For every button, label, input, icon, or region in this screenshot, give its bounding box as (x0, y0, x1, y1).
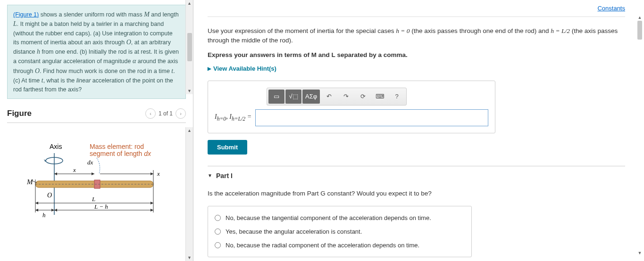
undo-button[interactable]: ↶ (321, 90, 337, 104)
reset-button[interactable]: ⟳ (355, 90, 371, 104)
L-label: L (92, 196, 95, 203)
scroll-thumb[interactable] (637, 21, 642, 40)
question-instruction: Express your answers in terms of M and L… (208, 51, 625, 58)
part-i-question: Is the acceleration magnitude from Part … (208, 189, 625, 198)
keyboard-button[interactable]: ⌨ (372, 90, 388, 104)
segment-label: segment of length dx (90, 150, 151, 157)
pager-next-button[interactable]: › (176, 108, 186, 119)
scroll-down-icon[interactable]: ▼ (636, 250, 643, 256)
scroll-up-icon[interactable]: ▲ (186, 0, 193, 7)
mass-element-label: Mass element: rod (90, 143, 144, 150)
M-label: M (26, 178, 33, 186)
part-i-header[interactable]: ▼ Part I (208, 166, 625, 179)
Lmh-label: L − h (94, 203, 108, 210)
triangle-down-icon: ▼ (208, 173, 212, 178)
mc-option-3[interactable]: No, because the radial component of the … (215, 238, 465, 252)
scroll-down-icon[interactable]: ▼ (186, 88, 193, 94)
question-text: Use your expression of the moment of ine… (208, 26, 625, 46)
figure-pager: ‹ 1 of 1 › (145, 108, 186, 119)
constants-link[interactable]: Constants (208, 5, 625, 16)
figure-title: Figure (7, 109, 32, 118)
O-label: O (47, 192, 52, 199)
submit-button[interactable]: Submit (208, 140, 247, 155)
scroll-thumb[interactable] (187, 33, 192, 61)
radio-option-3[interactable] (215, 242, 221, 248)
template-button[interactable]: ▭ (268, 90, 284, 104)
scroll-up-icon[interactable]: ▲ (636, 14, 643, 21)
redo-button[interactable]: ↷ (338, 90, 354, 104)
axis-label: Axis (50, 143, 62, 150)
view-hints-toggle[interactable]: ▶ View Available Hint(s) (208, 65, 625, 72)
problem-scrollbar[interactable]: ▲ ▼ (185, 0, 193, 94)
x-right-label: x (157, 170, 160, 177)
scroll-up-icon[interactable]: ▲ (186, 127, 193, 134)
answer-input[interactable] (255, 109, 488, 126)
triangle-right-icon: ▶ (208, 66, 211, 71)
right-scrollbar[interactable]: ▲ ▼ (636, 14, 643, 256)
sqrt-button[interactable]: √⬚ (285, 90, 301, 104)
dx-label: dx (87, 159, 93, 166)
problem-statement: (Figure 1) shows a slender uniform rod w… (7, 5, 186, 99)
scroll-down-icon[interactable]: ▼ (186, 254, 193, 261)
answer-label: Ih=0, Ih=L/2 = (215, 113, 251, 122)
radio-option-2[interactable] (215, 228, 221, 235)
figure-scrollbar[interactable]: ▲ ▼ (185, 127, 193, 261)
help-button[interactable]: ? (389, 90, 405, 104)
mc-option-2[interactable]: Yes, because the angular acceleration is… (215, 225, 465, 238)
radio-option-1[interactable] (215, 215, 221, 221)
mc-option-1[interactable]: No, because the tangential component of … (215, 211, 465, 225)
greek-button[interactable]: ΑΣφ (302, 90, 320, 104)
pager-prev-button[interactable]: ‹ (145, 108, 156, 119)
h-label: h (42, 212, 46, 219)
equation-toolbar: ▭ √⬚ ΑΣφ ↶ ↷ ⟳ ⌨ ? (267, 88, 407, 106)
pager-text: 1 of 1 (159, 110, 173, 117)
multiple-choice-panel: No, because the tangential component of … (208, 206, 472, 257)
figure-diagram: Axis Mass element: rod segment of length… (7, 137, 186, 231)
x-left-label: x (73, 166, 76, 173)
figure-link[interactable]: (Figure 1) (13, 11, 39, 18)
problem-body: shows a slender uniform rod with mass M … (13, 11, 179, 93)
answer-panel: ▭ √⬚ ΑΣφ ↶ ↷ ⟳ ⌨ ? Ih=0, Ih=L/2 = (208, 81, 495, 133)
